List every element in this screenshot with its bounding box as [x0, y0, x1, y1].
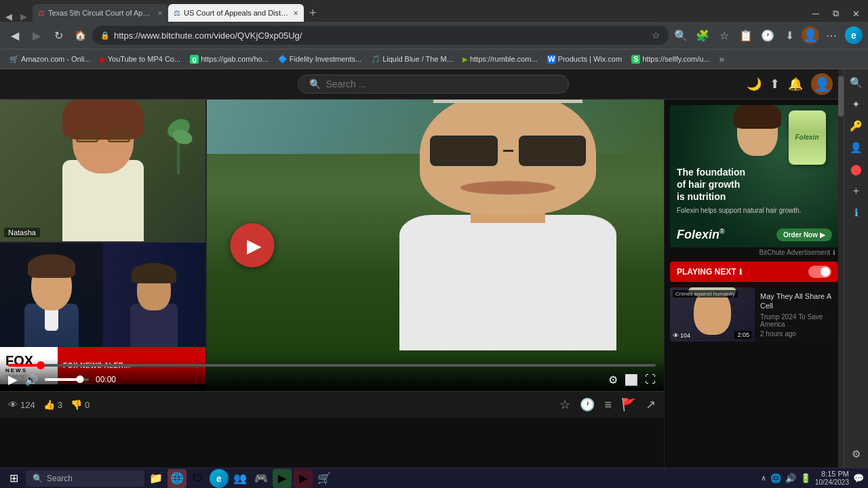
tab-2[interactable]: ⚖ US Court of Appeals and District... ✕ — [168, 4, 304, 22]
bookmark-fidelity-favicon: 🔷 — [278, 55, 288, 64]
playing-next-text: PLAYING NEXT — [677, 267, 736, 277]
ad-info-icon[interactable]: ℹ — [833, 249, 835, 256]
sidebar-wallet-icon[interactable]: 🔑 — [848, 118, 865, 134]
sidebar-copilot-icon[interactable]: ✦ — [848, 96, 865, 113]
tray-network-icon[interactable]: 🌐 — [770, 473, 781, 483]
taskbar-app-edge[interactable]: e — [210, 469, 229, 488]
progress-thumb[interactable] — [37, 361, 45, 369]
video-sidebar: Folexin The foundation — [664, 100, 844, 468]
volume-thumb[interactable] — [77, 375, 84, 383]
start-button[interactable]: ⊞ — [4, 470, 24, 486]
tray-battery-icon[interactable]: 🔋 — [800, 473, 811, 483]
restore-button[interactable]: ⧉ — [827, 8, 844, 19]
tab-2-close[interactable]: ✕ — [293, 9, 298, 17]
sidebar-info-icon[interactable]: ℹ — [848, 205, 865, 221]
taskbar-app-task-view[interactable]: 🎮 — [252, 469, 271, 488]
play-button-overlay[interactable]: ▶ — [231, 224, 275, 268]
related-video-1[interactable]: Crimes against humanity 👁 104 2:05 May T… — [670, 287, 838, 342]
address-bar[interactable]: 🔒 https://www.bitchute.com/video/QVKjC9x… — [92, 26, 669, 45]
nav-menu-button[interactable]: ⋯ — [822, 26, 841, 45]
play-control-button[interactable]: ▶ — [8, 372, 18, 387]
taskbar-app-facebook[interactable]: 👥 — [231, 469, 250, 488]
dark-mode-icon[interactable]: 🌙 — [747, 77, 762, 92]
nav-history-icon[interactable]: 🕐 — [758, 26, 777, 45]
tray-up-arrow[interactable]: ∧ — [761, 474, 766, 483]
taskbar-app-youtube[interactable]: ▶ — [294, 469, 313, 488]
thumb-down-icon: 👎 — [71, 399, 82, 410]
progress-bar[interactable] — [8, 364, 656, 367]
notification-panel-icon[interactable]: 💬 — [853, 473, 864, 483]
sidebar-settings-icon[interactable]: ⚙ — [848, 446, 865, 462]
dislike-count[interactable]: 👎 0 — [71, 399, 90, 410]
forward-button[interactable]: ▶ — [27, 26, 46, 45]
bookmarks-more-button[interactable]: » — [715, 52, 729, 66]
bookmark-amazon-favicon: 🛒 — [9, 55, 19, 64]
fullscreen-button[interactable]: ⛶ — [645, 373, 656, 386]
volume-bar[interactable] — [45, 378, 89, 381]
autoplay-toggle[interactable] — [808, 266, 831, 278]
playing-next-info-icon[interactable]: ℹ — [739, 268, 742, 277]
page-scrollbar[interactable] — [838, 69, 844, 468]
notification-icon[interactable]: 🔔 — [788, 77, 803, 92]
nav-fav-icon[interactable]: ☆ — [715, 26, 734, 45]
taskbar-app-amazon[interactable]: 🛒 — [315, 469, 334, 488]
share-action-icon[interactable]: ↗ — [646, 397, 656, 412]
taskbar-search-box[interactable]: 🔍 Search — [26, 470, 144, 487]
nav-extension-icon[interactable]: 🧩 — [693, 26, 712, 45]
list-action-icon[interactable]: ≡ — [604, 398, 612, 412]
nav-download-icon[interactable]: ⬇ — [780, 26, 799, 45]
user-avatar[interactable]: 👤 — [811, 73, 833, 95]
tray-volume-icon[interactable]: 🔊 — [785, 473, 796, 483]
star-action-icon[interactable]: ☆ — [559, 397, 570, 412]
sidebar-add-icon[interactable]: + — [848, 183, 865, 199]
volume-button[interactable]: 🔊 — [24, 373, 38, 386]
taskbar-app-shield[interactable]: 🛡 — [189, 469, 208, 488]
flag-action-icon[interactable]: 🚩 — [621, 397, 636, 412]
ad-headline-2: of hair growth — [677, 178, 832, 190]
search-input[interactable] — [326, 79, 557, 89]
tab-2-title: US Court of Appeals and District... — [184, 9, 290, 17]
taskbar-app-store[interactable]: ▶ — [273, 469, 292, 488]
play-button[interactable]: ▶ — [231, 224, 275, 268]
home-button[interactable]: 🏠 — [71, 26, 90, 45]
sidebar-circle-icon[interactable]: ⬤ — [848, 161, 865, 178]
scrollbar-thumb[interactable] — [838, 76, 844, 117]
nav-collections-icon[interactable]: 📋 — [736, 26, 755, 45]
theater-button[interactable]: ⬜ — [625, 373, 638, 386]
bookmark-gab-label: https://gab.com/ho... — [201, 55, 269, 63]
bookmark-wix[interactable]: W Products | Wix.com — [543, 54, 627, 65]
play-icon: ▶ — [247, 235, 262, 257]
settings-button[interactable]: ⚙ — [608, 373, 618, 386]
minimize-button[interactable]: ─ — [807, 8, 825, 19]
bookmark-youtube[interactable]: ▶ YouTube to MP4 Co... — [96, 54, 184, 64]
reload-button[interactable]: ↻ — [49, 26, 68, 45]
back-button[interactable]: ◀ — [5, 26, 24, 45]
new-tab-button[interactable]: + — [304, 4, 322, 22]
sidebar-search-icon[interactable]: 🔍 — [848, 75, 865, 91]
video-player[interactable]: Natasha — [0, 100, 664, 391]
bookmark-wix-favicon: W — [547, 55, 556, 64]
bookmark-fidelity-label: Fidelity Investments... — [290, 55, 361, 63]
tab-1[interactable]: ⚖ Texas 5th Circuit Court of Appea... ✕ — [33, 4, 168, 22]
bookmark-amazon[interactable]: 🛒 Amazon.com - Onli... — [5, 54, 95, 65]
close-button[interactable]: ✕ — [847, 9, 865, 19]
tab-1-close[interactable]: ✕ — [157, 9, 163, 17]
nav-profile-avatar[interactable]: 👤 — [802, 26, 819, 44]
taskbar-app-file-explorer[interactable]: 📁 — [146, 469, 165, 488]
ad-cta-button[interactable]: Order Now ▶ — [776, 228, 832, 241]
address-star-icon[interactable]: ☆ — [652, 30, 660, 41]
bookmark-liquid[interactable]: 🎵 Liquid Blue / The M... — [367, 54, 457, 65]
bookmark-sellfy[interactable]: S https://sellfy.com/u... — [627, 54, 713, 65]
ad-banner[interactable]: Folexin The foundation — [670, 105, 839, 247]
clock-action-icon[interactable]: 🕐 — [580, 397, 595, 412]
bookmark-rumble[interactable]: ▶ https://rumble.com... — [458, 54, 542, 64]
bookmark-fidelity[interactable]: 🔷 Fidelity Investments... — [274, 54, 366, 65]
taskbar-app-browser[interactable]: 🌐 — [167, 469, 186, 488]
nav-search-icon[interactable]: 🔍 — [671, 26, 690, 45]
like-count[interactable]: 👍 3 — [43, 399, 62, 410]
bookmark-gab[interactable]: g https://gab.com/ho... — [186, 54, 273, 65]
sidebar-profile-icon[interactable]: 👤 — [848, 140, 865, 156]
ad-headline-3: is nutrition — [677, 190, 832, 203]
related-channel-1: Trump 2024 To Save America — [760, 313, 833, 328]
upload-icon[interactable]: ⬆ — [770, 77, 780, 92]
